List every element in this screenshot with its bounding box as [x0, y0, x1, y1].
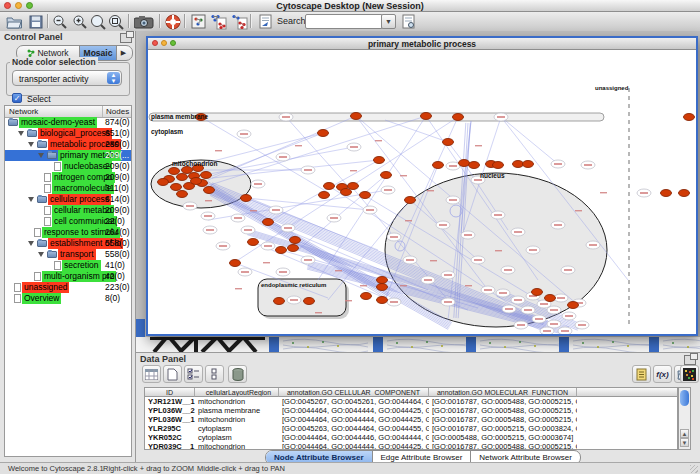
tree-row[interactable]: primary metabo209(... — [5, 150, 131, 161]
tree-row[interactable]: transport558(0) — [5, 249, 131, 260]
attribute-table-icon[interactable] — [142, 365, 161, 383]
tree-row[interactable]: cellular metabo209(0) — [5, 205, 131, 216]
expand-arrow-icon[interactable] — [28, 142, 34, 147]
tree-row[interactable]: metabolic process280(0) — [5, 139, 131, 150]
tree-row[interactable]: cellular process614(0) — [5, 194, 131, 205]
table-cell: YLR295C — [145, 424, 195, 433]
expand-arrow-icon[interactable] — [28, 241, 34, 246]
search-input[interactable] — [305, 14, 383, 29]
tree-row-node-count: 280(0) — [105, 139, 130, 150]
expand-arrow-icon[interactable] — [18, 131, 24, 136]
network-leaf-icon — [14, 283, 21, 292]
zoom-in-icon[interactable] — [70, 13, 90, 30]
network-view-window[interactable]: primary metabolic process plasma membran… — [146, 36, 698, 336]
tree-row[interactable]: establishment of lo558(0) — [5, 238, 131, 249]
scrollbar-thumb[interactable] — [680, 390, 689, 406]
float-panel-icon[interactable] — [120, 33, 132, 43]
toolbar-separator — [250, 14, 252, 28]
merge-networks-2-icon[interactable] — [229, 13, 249, 30]
tree-row[interactable]: unassigned223(0) — [5, 282, 131, 293]
folder-icon — [27, 130, 37, 137]
app-titlebar: Cytoscape Desktop (New Session) — [0, 0, 700, 12]
folder-icon — [37, 196, 47, 203]
node-color-selection-legend: Node color selection — [10, 57, 98, 67]
plasma-membrane-label: plasma membrane — [151, 113, 208, 121]
table-column-header[interactable]: _cellularLayoutRegion — [195, 388, 279, 397]
mitochondrion-label: mitochondrion — [172, 160, 218, 167]
new-attribute-icon[interactable] — [163, 365, 182, 383]
tree-row[interactable]: secretion41(0) — [5, 260, 131, 271]
tree-row[interactable]: macromolecule311(0) — [5, 183, 131, 194]
tree-row[interactable]: mosaic-demo-yeast874(0) — [5, 117, 131, 128]
network-tree: Network Nodes mosaic-demo-yeast874(0)bio… — [4, 105, 132, 457]
tree-row[interactable]: multi-organism pro42(0) — [5, 271, 131, 282]
table-column-header[interactable]: ID — [145, 388, 195, 397]
help-icon[interactable] — [163, 13, 183, 30]
table-cell: mitochondrion — [195, 415, 279, 424]
network-canvas[interactable]: plasma membranecytoplasmmitochondrionnuc… — [148, 50, 696, 334]
merge-networks-1-icon[interactable] — [208, 13, 228, 30]
save-session-icon[interactable] — [26, 13, 46, 30]
search-dropdown-arrow[interactable]: ▼ — [381, 14, 396, 29]
scroll-down-icon[interactable]: ▼ — [680, 438, 689, 447]
network-leaf-icon — [34, 272, 41, 281]
table-cell: YDR039C__1 — [145, 442, 195, 450]
folder-icon — [37, 141, 47, 148]
network-leaf-icon — [14, 294, 21, 303]
resize-grip[interactable] — [690, 465, 698, 473]
dropdown-stepper-icon: ▲▼ — [107, 72, 120, 84]
tree-row-node-count: 209(0) — [105, 205, 130, 216]
zoom-selected-icon[interactable] — [88, 13, 108, 30]
node-color-dropdown[interactable]: transporter activity ▲▼ — [12, 70, 122, 86]
expand-arrow-icon[interactable] — [38, 153, 44, 158]
table-cell: [GO:0044464, GO:0044446, GO:0044444, G..… — [279, 433, 429, 442]
table-cell: [GO:0005488, GO:0005215, GO:0003674] — [429, 433, 577, 442]
search-options-icon[interactable] — [398, 13, 418, 30]
delete-attribute-icon[interactable] — [228, 365, 247, 383]
toolbar-separator — [159, 14, 161, 28]
table-cell: YJR121W__1 — [145, 397, 195, 406]
tree-row[interactable]: response to stimulu264(0) — [5, 227, 131, 238]
main-toolbar: Search: ▼ — [0, 12, 700, 32]
table-cell: [GO:0016787, GO:0005488, GO:0005215, G..… — [429, 415, 577, 424]
data-panel-toolbar: f(x) — [136, 365, 700, 386]
tree-row-label: cellular process — [48, 194, 111, 205]
formula-icon[interactable]: f(x) — [653, 365, 672, 383]
expand-arrow-icon[interactable] — [28, 197, 34, 202]
table-column-header[interactable]: annotation.GO MOLECULAR_FUNCTION — [429, 388, 577, 397]
tree-header-network: Network — [9, 107, 38, 116]
float-panel-icon[interactable] — [684, 355, 696, 365]
expand-arrow-icon[interactable] — [38, 252, 44, 257]
folder-icon — [47, 152, 57, 159]
table-header-filler — [577, 388, 678, 397]
table-cell: cytoplasm — [195, 424, 279, 433]
snapshot-icon[interactable] — [132, 13, 156, 30]
tab-overflow-arrow[interactable]: ▶ — [117, 46, 130, 60]
select-attributes-icon[interactable] — [184, 365, 203, 383]
table-scrollbar[interactable]: ▲ ▼ — [678, 387, 691, 450]
unselect-attributes-icon[interactable] — [205, 365, 224, 383]
attribute-table[interactable]: ID_cellularLayoutRegionannotation.GO CEL… — [144, 387, 678, 450]
network-tab-icon — [27, 49, 35, 57]
tree-row[interactable]: biological_process651(0) — [5, 128, 131, 139]
zoom-fit-icon[interactable] — [106, 13, 126, 30]
network-leaf-icon — [44, 184, 51, 193]
tree-row[interactable]: nucleobase-209(0) — [5, 161, 131, 172]
scroll-up-icon[interactable]: ▲ — [680, 429, 689, 438]
zoom-out-icon[interactable] — [50, 13, 70, 30]
matrix-icon[interactable] — [680, 365, 699, 383]
column-divider — [102, 106, 103, 117]
table-column-header[interactable]: annotation.GO CELLULAR_COMPONENT — [279, 388, 429, 397]
open-session-icon[interactable] — [4, 13, 24, 30]
tree-row[interactable]: nitrogen compo209(0) — [5, 172, 131, 183]
network-window-titlebar[interactable]: primary metabolic process — [148, 38, 696, 50]
attribute-list-icon[interactable] — [632, 365, 651, 383]
tree-row-label: secretion — [62, 260, 101, 271]
tree-row[interactable]: cell communicat22(0) — [5, 216, 131, 227]
annotation-icon[interactable] — [188, 13, 208, 30]
toolbar-separator — [47, 14, 49, 28]
vizmapper-icon[interactable] — [255, 13, 275, 30]
select-nodes-checkbox[interactable]: ✓ — [12, 93, 22, 103]
tree-row[interactable]: Overview8(0) — [5, 293, 131, 304]
tree-row-node-count: 209(0) — [105, 172, 130, 183]
